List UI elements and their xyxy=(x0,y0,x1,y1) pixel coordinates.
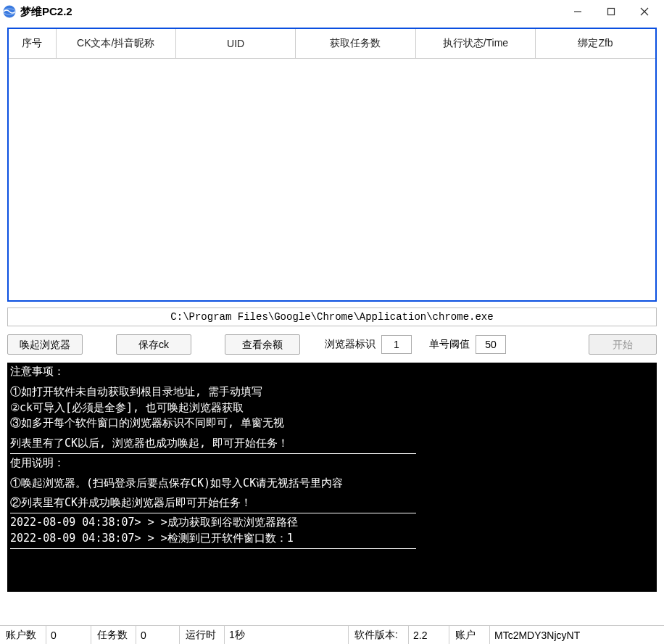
col-tasks[interactable]: 获取任务数 xyxy=(296,29,415,58)
log-line: ③如多开每个软件窗口的浏览器标识不同即可, 单窗无视 xyxy=(10,416,654,432)
log-line: ①如打开软件未自动获取到根目录地址, 需手动填写 xyxy=(10,384,654,400)
status-runtime: 1秒 xyxy=(225,626,348,644)
window-controls xyxy=(561,0,661,23)
status-version-label: 软件版本: xyxy=(348,626,409,644)
threshold-input[interactable] xyxy=(476,335,506,354)
browser-id-input[interactable] xyxy=(381,335,412,354)
log-line: 2022-08-09 04:38:07> > >检测到已开软件窗口数：1 xyxy=(10,531,654,547)
browser-path-display[interactable]: C:\Program Files\Google\Chrome\Applicati… xyxy=(7,307,657,326)
close-button[interactable] xyxy=(628,0,661,23)
col-ck[interactable]: CK文本/抖音昵称 xyxy=(56,29,175,58)
minimize-button[interactable] xyxy=(561,0,594,23)
table-header-row: 序号 CK文本/抖音昵称 UID 获取任务数 执行状态/Time 绑定Zfb xyxy=(9,29,655,58)
log-console[interactable]: 注意事项： ①如打开软件未自动获取到根目录地址, 需手动填写 ②ck可导入[必须… xyxy=(7,363,657,592)
status-task-count-label: 任务数 xyxy=(91,626,136,644)
status-version: 2.2 xyxy=(409,626,449,644)
data-table[interactable]: 序号 CK文本/抖音昵称 UID 获取任务数 执行状态/Time 绑定Zfb xyxy=(7,28,657,302)
col-zfb[interactable]: 绑定Zfb xyxy=(536,29,655,58)
log-line: 注意事项： xyxy=(10,364,654,380)
status-account-label: 账户 xyxy=(449,626,490,644)
status-runtime-label: 运行时 xyxy=(180,626,225,644)
log-line: 2022-08-09 04:38:07> > >成功获取到谷歌浏览器路径 xyxy=(10,515,654,531)
separator xyxy=(10,513,416,513)
save-ck-button[interactable]: 保存ck xyxy=(116,334,191,355)
log-line: 列表里有了CK以后, 浏览器也成功唤起, 即可开始任务！ xyxy=(10,436,654,452)
status-account-count-label: 账户数 xyxy=(0,626,46,644)
window-title: 梦维PC2.2 xyxy=(20,5,72,19)
col-uid[interactable]: UID xyxy=(175,29,295,58)
check-balance-button[interactable]: 查看余额 xyxy=(225,334,300,355)
col-status[interactable]: 执行状态/Time xyxy=(415,29,535,58)
status-account: MTc2MDY3NjcyNT xyxy=(490,626,664,644)
log-line: ①唤起浏览器。(扫码登录后要点保存CK)如导入CK请无视括号里内容 xyxy=(10,476,654,492)
threshold-label: 单号阈值 xyxy=(429,338,470,351)
log-line: ②列表里有CK并成功唤起浏览器后即可开始任务！ xyxy=(10,495,654,511)
status-task-count: 0 xyxy=(136,626,180,644)
separator xyxy=(10,453,416,454)
wake-browser-button[interactable]: 唤起浏览器 xyxy=(7,334,83,355)
log-line: ②ck可导入[必须是全参], 也可唤起浏览器获取 xyxy=(10,400,654,416)
app-icon xyxy=(3,5,16,18)
svg-rect-3 xyxy=(608,9,615,15)
maximize-button[interactable] xyxy=(594,0,628,23)
log-line: 使用说明： xyxy=(10,455,654,471)
action-toolbar: 唤起浏览器 保存ck 查看余额 浏览器标识 单号阈值 开始 xyxy=(7,334,657,355)
col-index[interactable]: 序号 xyxy=(9,29,56,58)
titlebar: 梦维PC2.2 xyxy=(0,0,664,23)
separator xyxy=(10,548,416,549)
browser-id-label: 浏览器标识 xyxy=(325,338,375,351)
start-button[interactable]: 开始 xyxy=(589,334,657,355)
status-bar: 账户数 0 任务数 0 运行时 1秒 软件版本: 2.2 账户 MTc2MDY3… xyxy=(0,625,664,644)
status-account-count: 0 xyxy=(46,626,91,644)
